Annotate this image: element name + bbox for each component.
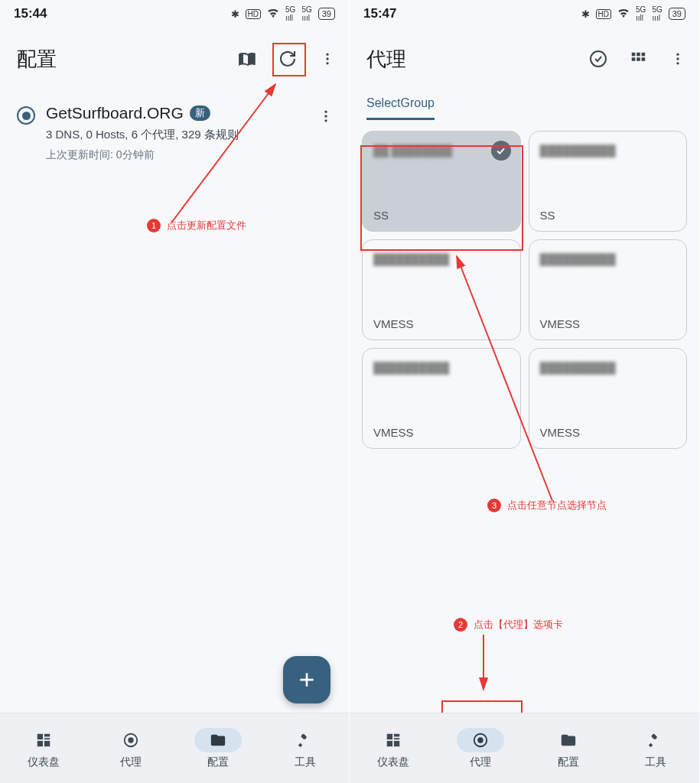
bottom-nav: 仪表盘 代理 配置 工具 bbox=[0, 713, 349, 783]
battery-icon: 39 bbox=[669, 8, 685, 20]
wifi-icon bbox=[267, 8, 279, 20]
status-time: 15:47 bbox=[363, 6, 396, 21]
svg-point-2 bbox=[326, 62, 328, 64]
config-title: GetSurfboard.ORG bbox=[46, 104, 184, 122]
proxy-node[interactable]: ██████████ VMESS bbox=[529, 239, 688, 340]
status-bar: 15:44 ✱ HD 5Gııll 5Gıııl 39 bbox=[0, 0, 349, 28]
fab-add[interactable] bbox=[283, 656, 330, 703]
signal-icon-1: 5Gııll bbox=[285, 5, 295, 22]
proxy-node[interactable]: ██████████ VMESS bbox=[362, 348, 521, 449]
new-badge: 新 bbox=[190, 106, 210, 121]
proxy-protocol: SS bbox=[540, 209, 555, 222]
svg-rect-13 bbox=[44, 740, 50, 746]
bottom-nav: 仪表盘 代理 配置 工具 bbox=[350, 713, 699, 783]
svg-point-15 bbox=[129, 738, 133, 742]
status-bar: 15:47 ✱ HD 5Gııll 5Gıııl 39 bbox=[350, 0, 699, 28]
more-icon[interactable] bbox=[312, 44, 343, 74]
status-icons: ✱ HD 5Gııll 5Gıııl 39 bbox=[581, 5, 685, 22]
more-icon[interactable] bbox=[663, 44, 693, 74]
svg-point-23 bbox=[676, 54, 679, 56]
svg-rect-11 bbox=[44, 738, 50, 739]
svg-rect-17 bbox=[632, 53, 636, 57]
app-bar: 代理 bbox=[350, 28, 699, 90]
svg-point-4 bbox=[324, 115, 327, 117]
svg-rect-22 bbox=[642, 57, 646, 61]
config-summary: 3 DNS, 0 Hosts, 6 个代理, 329 条规则 bbox=[46, 128, 300, 142]
radio-selected-icon[interactable] bbox=[17, 106, 35, 125]
svg-point-0 bbox=[326, 54, 328, 56]
svg-rect-18 bbox=[637, 53, 640, 57]
bluetooth-icon: ✱ bbox=[231, 8, 239, 20]
svg-point-16 bbox=[591, 51, 606, 67]
annotation-3: 3点击任意节点选择节点 bbox=[487, 499, 607, 512]
refresh-icon[interactable] bbox=[272, 44, 303, 74]
proxy-protocol: VMESS bbox=[373, 317, 414, 330]
svg-point-24 bbox=[676, 57, 679, 60]
svg-rect-28 bbox=[387, 733, 392, 739]
screen-proxy: 15:47 ✱ HD 5Gııll 5Gıııl 39 代理 SelectGro… bbox=[350, 0, 699, 783]
config-more-icon[interactable] bbox=[311, 101, 341, 132]
svg-rect-12 bbox=[37, 740, 43, 746]
proxy-protocol: VMESS bbox=[373, 426, 414, 439]
proxy-protocol: VMESS bbox=[540, 317, 581, 330]
book-icon[interactable] bbox=[233, 44, 263, 74]
svg-rect-20 bbox=[632, 57, 636, 61]
nav-dashboard[interactable]: 仪表盘 bbox=[350, 728, 437, 769]
selected-check-icon bbox=[491, 141, 511, 161]
signal-icon-2: 5Gıııl bbox=[301, 5, 311, 22]
svg-point-3 bbox=[324, 111, 327, 113]
config-item[interactable]: GetSurfboard.ORG 新 3 DNS, 0 Hosts, 6 个代理… bbox=[0, 90, 349, 168]
annotation-2: 2点击【代理】选项卡 bbox=[454, 618, 563, 632]
svg-rect-10 bbox=[44, 733, 50, 736]
annotation-1: 1点击更新配置文件 bbox=[147, 219, 246, 232]
nav-proxy[interactable]: 代理 bbox=[437, 728, 524, 769]
status-time: 15:44 bbox=[14, 6, 47, 21]
proxy-node[interactable]: ██████████ VMESS bbox=[362, 239, 521, 340]
svg-point-5 bbox=[324, 119, 327, 122]
svg-rect-30 bbox=[394, 738, 399, 739]
nav-proxy[interactable]: 代理 bbox=[87, 728, 174, 769]
config-updated: 上次更新时间: 0分钟前 bbox=[46, 148, 300, 162]
nav-config[interactable]: 配置 bbox=[525, 728, 612, 769]
signal-icon-1: 5Gııll bbox=[636, 5, 646, 22]
svg-rect-32 bbox=[394, 740, 399, 746]
status-icons: ✱ HD 5Gııll 5Gıııl 39 bbox=[231, 5, 335, 22]
svg-point-34 bbox=[479, 738, 483, 742]
proxy-node[interactable]: ██ ████████ SS bbox=[362, 131, 521, 232]
svg-rect-29 bbox=[394, 733, 399, 736]
check-all-icon[interactable] bbox=[583, 44, 614, 74]
proxy-protocol: VMESS bbox=[540, 426, 581, 439]
signal-icon-2: 5Gıııl bbox=[652, 5, 662, 22]
group-tabs: SelectGroup bbox=[350, 90, 699, 120]
svg-point-25 bbox=[676, 62, 679, 64]
app-bar: 配置 bbox=[0, 28, 349, 90]
svg-rect-19 bbox=[642, 53, 646, 57]
wifi-icon bbox=[617, 8, 630, 20]
screen-config: 15:44 ✱ HD 5Gııll 5Gıııl 39 配置 bbox=[0, 0, 350, 783]
proxy-node[interactable]: ██████████ VMESS bbox=[529, 348, 688, 449]
battery-icon: 39 bbox=[318, 8, 335, 20]
page-title: 配置 bbox=[17, 46, 223, 73]
nav-tools[interactable]: 工具 bbox=[262, 728, 349, 769]
proxy-protocol: SS bbox=[373, 209, 389, 222]
nav-config[interactable]: 配置 bbox=[174, 728, 262, 769]
proxy-node[interactable]: ██████████ SS bbox=[529, 131, 688, 232]
grid-view-icon[interactable] bbox=[623, 44, 653, 74]
svg-point-1 bbox=[326, 57, 328, 60]
hd-icon: HD bbox=[596, 9, 611, 19]
svg-rect-31 bbox=[387, 740, 392, 746]
page-title: 代理 bbox=[366, 46, 574, 73]
svg-rect-9 bbox=[37, 733, 43, 739]
nav-dashboard[interactable]: 仪表盘 bbox=[0, 728, 87, 769]
bluetooth-icon: ✱ bbox=[581, 8, 590, 20]
hd-icon: HD bbox=[246, 9, 261, 19]
nav-tools[interactable]: 工具 bbox=[612, 728, 699, 769]
proxy-grid: ██ ████████ SS ██████████ SS ██████████ … bbox=[350, 120, 699, 460]
tab-selectgroup[interactable]: SelectGroup bbox=[366, 90, 435, 120]
svg-rect-21 bbox=[637, 57, 640, 61]
